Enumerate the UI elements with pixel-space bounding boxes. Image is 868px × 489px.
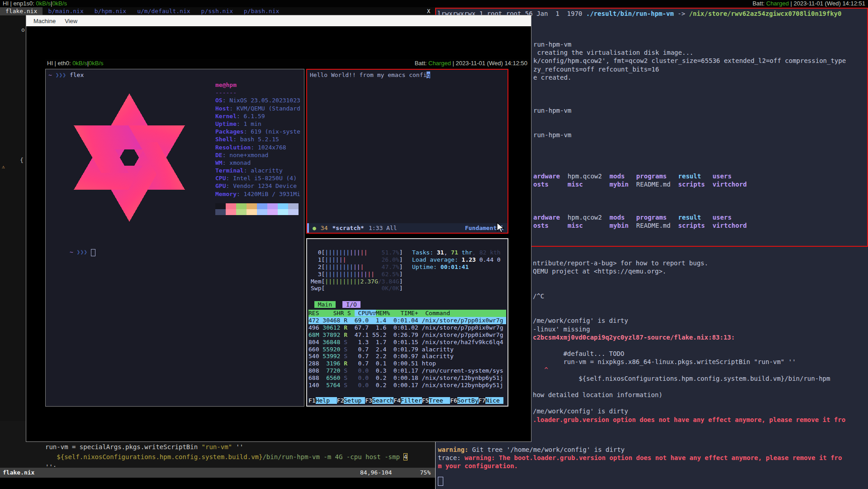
text-line: 1[|||||| 26.0%] — [311, 256, 403, 264]
htop-process-table[interactable]: 472 30468 R 69.0 1.4 0:01.04 /nix/store/… — [308, 317, 506, 389]
text-line: zy_refcounts=off refcount_bits=16 — [533, 65, 846, 73]
palette-swatch — [257, 203, 267, 209]
text-line: osts misc mybin README.md scripts virtch… — [533, 221, 846, 230]
text-line: m your configuration. — [438, 462, 842, 470]
text-line: RES SHR S CPU%▽MEM% TIME+ Command — [308, 310, 506, 317]
palette-swatch — [226, 209, 236, 215]
terminal-cursor — [91, 249, 95, 256]
text-line: QEMU project at <https://qemu.org>. — [533, 267, 845, 275]
tab-p/ssh.nix[interactable]: p/ssh.nix — [196, 7, 238, 15]
text-line: Terminal: alacritty — [215, 167, 300, 174]
neofetch-palette — [215, 203, 299, 215]
palette-swatch — [278, 209, 288, 215]
text-line: 688 6560 S 0.0 0.2 0:00.18 /nix/store/12… — [308, 374, 506, 382]
text-line: Resolution: 1024x768 — [215, 144, 300, 151]
vm-emacs-window[interactable]: Hello World!! from my emacs config ● 34 … — [306, 69, 508, 234]
text-line: k/config/hpm.qcow2', fmt=qcow2 cluster_s… — [533, 57, 846, 65]
modeline-buffer-name: *scratch* — [332, 225, 364, 231]
vm-network-status: HI | eth0: 0kB/s|0kB/s — [47, 59, 104, 68]
modeline-filename: flake.nix — [3, 468, 34, 478]
text-line: Load average: 1.23 0.44 0 — [412, 256, 501, 264]
text-line: Uptime: 1 min — [215, 120, 300, 128]
htop-cpu-meters: 0[|||||||||||| 51.7%] 1[|||||| 26.0%] 2[… — [311, 249, 403, 292]
text-line — [533, 275, 845, 283]
text-line: Kernel: 6.1.59 — [215, 112, 300, 120]
mouse-cursor-icon — [496, 222, 506, 233]
text-line: WM: xmonad — [215, 159, 300, 167]
text-line: ~ ❯❯❯ flex — [48, 71, 84, 79]
emacs-buffer-text: Hello World!! from my emacs config — [310, 71, 430, 79]
text-line — [533, 90, 846, 98]
text-line: /me/work/config' is dirty — [533, 316, 845, 325]
text-line — [533, 139, 846, 147]
palette-swatch — [226, 203, 236, 209]
shell-prompt: ~ ❯❯❯ — [48, 241, 95, 263]
vm-htop-window[interactable]: 0[|||||||||||| 51.7%] 1[|||||| 26.0%] 2[… — [306, 238, 508, 407]
text-line — [533, 399, 845, 407]
palette-swatch — [215, 209, 226, 215]
text-line — [533, 82, 846, 90]
emacs-modeline: ● 34 *scratch* 1:33 All Fundamental — [307, 223, 508, 233]
vm-terminal-window[interactable]: ~ ❯❯❯ flex me@hpm------OS: NixOS 23.05.2… — [45, 69, 304, 407]
modified-indicator: ● — [313, 225, 316, 231]
text-line: run-hpm-vm — [533, 131, 846, 139]
text-line: me@hpm — [215, 81, 300, 89]
text-line: e created. — [533, 73, 846, 82]
tab-p/bash.nix[interactable]: p/bash.nix — [238, 7, 285, 15]
emacs-modeline: flake.nix 84,96-104 75% — [0, 468, 435, 478]
text-line: run-hpm-vm — [533, 106, 846, 115]
text-line: Memory: 1420MiB / 3931Mi — [215, 190, 300, 198]
text-line: CPU: Intel i5-8250U (4) — [215, 174, 300, 182]
terminal-output: warning: Git tree '/home/me/work/config'… — [438, 446, 842, 470]
text-line: 68M 37892 R 47.1 55.2 0:26.79 /nix/store… — [308, 331, 506, 339]
qemu-menu-bar: Machine View — [26, 15, 531, 26]
emacs-tab-bar: flake.nixb/main.nixb/hpm.nixu/m/default.… — [0, 7, 435, 15]
text-line: Main I/O — [311, 301, 360, 308]
text-line — [533, 123, 846, 131]
text-line: 2[||||||||||| 47.7%] — [311, 264, 403, 271]
tab-b/hpm.nix[interactable]: b/hpm.nix — [89, 7, 132, 15]
text-line: /me/work/config' is dirty — [533, 407, 845, 415]
text-line — [533, 308, 845, 316]
text-line: 540 53992 S 0.7 2.2 0:00.97 alacritty — [308, 353, 506, 360]
menu-machine[interactable]: Machine — [30, 17, 59, 25]
tab-flake.nix[interactable]: flake.nix — [0, 7, 43, 15]
text-line — [533, 98, 846, 106]
text-line — [533, 156, 846, 164]
terminal-output: ntribute/report-a-bug> for how to report… — [533, 259, 845, 424]
text-line: /^C — [533, 292, 845, 300]
text-line: 472 30468 R 69.0 1.4 0:01.04 /nix/store/… — [308, 317, 506, 324]
text-line: F1Help F2Setup F3SearchF4FilterF5Tree F6… — [308, 397, 503, 404]
text-line: Host: KVM/QEMU (Standard — [215, 105, 300, 112]
text-line: c2bcsm4xmj0vd0capi9q2yc0yzl87-source/fla… — [533, 333, 845, 341]
text-line: ${self.nixosConfigurations.hpm.config.sy… — [45, 452, 408, 462]
tab-u/m/default.nix[interactable]: u/m/default.nix — [132, 7, 195, 15]
text-line: ntribute/report-a-bug> for how to report… — [533, 259, 845, 267]
text-line: GPU: Vendor 1234 Device — [215, 182, 300, 190]
htop-tabs[interactable]: Main I/O — [311, 301, 360, 308]
text-line — [533, 205, 846, 213]
htop-table-header[interactable]: RES SHR S CPU%▽MEM% TIME+ Command — [308, 310, 506, 317]
warning-icon: ⚠ — [2, 164, 5, 170]
text-line: #default... TODO — [533, 350, 845, 358]
text-line — [533, 284, 845, 292]
emacs-echo-area — [0, 478, 435, 489]
text-line: ${self.nixosConfigurations.hpm.config.sy… — [533, 374, 845, 383]
vm-battery-clock: Batt: Charged | 2023-11-01 (Wed) 14:12:5… — [415, 59, 527, 68]
text-line — [533, 147, 846, 155]
text-line: ------ — [215, 89, 300, 96]
menu-view[interactable]: View — [61, 17, 81, 25]
close-icon[interactable]: X — [427, 8, 430, 14]
nixos-logo — [50, 83, 209, 232]
htop-function-keys[interactable]: F1Help F2Setup F3SearchF4FilterF5Tree F6… — [308, 397, 503, 404]
palette-swatch — [288, 209, 299, 215]
text-line — [533, 383, 845, 391]
text-line: Mem[||||||||||2.37G/3.84G] — [311, 278, 403, 285]
text-line: run-hpm-vm — [533, 40, 846, 48]
text-line: 496 30612 R 67.7 1.6 0:01.02 /nix/store/… — [308, 324, 506, 331]
emacs-text-fragment: { — [20, 157, 24, 163]
palette-swatch — [267, 209, 278, 215]
battery-clock: Batt: Charged | 2023-11-01 (Wed) 14:12:5… — [753, 0, 865, 7]
text-line — [533, 188, 846, 197]
tab-b/main.nix[interactable]: b/main.nix — [43, 7, 89, 15]
